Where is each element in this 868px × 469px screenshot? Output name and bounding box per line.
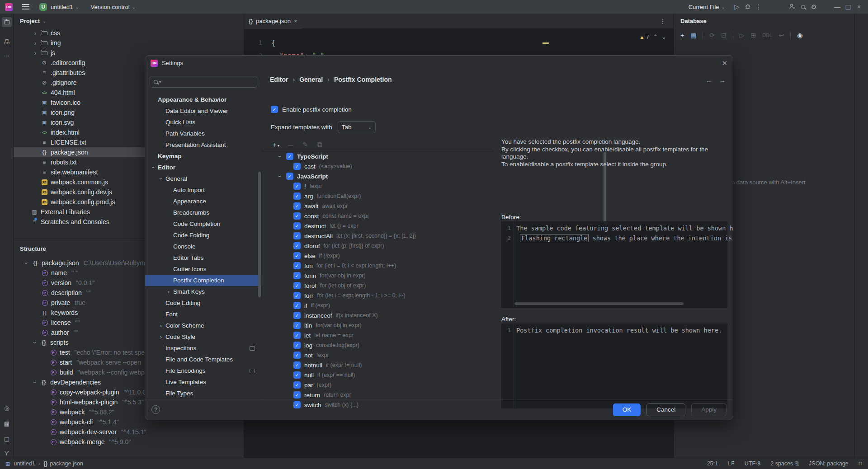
- template-item-not[interactable]: ✓not!expr: [262, 350, 493, 360]
- template-checkbox[interactable]: ✓: [293, 202, 301, 210]
- db-toolbar-icon-x[interactable]: ⊞: [751, 32, 756, 39]
- maximize-icon[interactable]: ▢: [843, 3, 854, 10]
- debug-icon[interactable]: [742, 3, 753, 11]
- template-item-destruct[interactable]: ✓destructlet {} = expr: [262, 221, 493, 231]
- settings-nav-item-code-completion[interactable]: Code Completion: [145, 218, 261, 230]
- template-item--[interactable]: ✓!!expr: [262, 181, 493, 191]
- close-icon[interactable]: ×: [854, 3, 864, 10]
- edit-template-icon[interactable]: ✎: [302, 141, 308, 149]
- caret-position[interactable]: 25:1: [707, 460, 718, 467]
- template-item-arg[interactable]: ✓argfunctionCall(expr): [262, 191, 493, 201]
- settings-nav-item-console[interactable]: Console: [145, 241, 261, 252]
- chevron-expanded-icon[interactable]: ›: [32, 380, 38, 385]
- settings-nav-item-auto-import[interactable]: Auto Import: [145, 184, 261, 196]
- template-checkbox[interactable]: ✓: [293, 292, 301, 299]
- template-checkbox[interactable]: ✓: [293, 232, 301, 239]
- template-item-if[interactable]: ✓ifif (expr): [262, 300, 493, 310]
- settings-nav-item-presentation-assistant[interactable]: Presentation Assistant: [145, 139, 261, 150]
- template-checkbox[interactable]: ✓: [293, 302, 301, 309]
- expand-templates-select[interactable]: Tab ⌄: [338, 121, 376, 133]
- forward-arrow-icon[interactable]: →: [719, 77, 726, 84]
- tree-item-img[interactable]: ›img: [14, 38, 244, 48]
- git-branch-icon[interactable]: ϒ: [2, 448, 12, 458]
- settings-nav-item-smart-keys[interactable]: ›Smart Keys: [145, 286, 261, 297]
- services-icon[interactable]: ▢: [2, 434, 12, 444]
- db-toolbar-icon-x[interactable]: ↩: [778, 32, 784, 39]
- ok-button[interactable]: OK: [613, 403, 641, 416]
- prev-warning-icon[interactable]: ⌃: [653, 33, 658, 40]
- terminal-icon[interactable]: ▤: [2, 418, 12, 428]
- dialog-close-icon[interactable]: ✕: [722, 59, 727, 67]
- settings-nav-item-path-variables[interactable]: Path Variables: [145, 128, 261, 139]
- chevron-collapsed-icon[interactable]: ›: [158, 334, 164, 340]
- template-item-null[interactable]: ✓nullif (expr == null): [262, 370, 493, 380]
- add-template-icon[interactable]: ＋▾: [271, 141, 279, 149]
- db-toolbar-icon-x[interactable]: +: [680, 32, 684, 39]
- template-checkbox[interactable]: ✓: [293, 332, 301, 339]
- vcs-menu[interactable]: Version control⌄: [91, 4, 136, 10]
- more-icon[interactable]: ⋯: [2, 51, 12, 61]
- settings-search-input[interactable]: ▾: [150, 76, 257, 88]
- chevron-expanded-icon[interactable]: ›: [32, 340, 38, 345]
- settings-nav-item-file-types[interactable]: File Types: [145, 388, 261, 399]
- editor-kebab-icon[interactable]: ⋮: [657, 18, 668, 25]
- settings-nav-item-appearance[interactable]: Appearance: [145, 196, 261, 207]
- template-item-forof[interactable]: ✓foroffor (let obj of expr): [262, 281, 493, 291]
- template-checkbox[interactable]: ✓: [293, 381, 301, 389]
- cancel-button[interactable]: Cancel: [646, 403, 685, 416]
- settings-nav-item-keymap[interactable]: Keymap: [145, 150, 261, 162]
- settings-nav-item-data-editor-and-viewer[interactable]: Data Editor and Viewer: [145, 105, 261, 117]
- template-checkbox[interactable]: ✓: [293, 322, 301, 329]
- chevron-collapsed-icon[interactable]: ›: [158, 323, 164, 328]
- settings-nav-item-appearance-behavior[interactable]: Appearance & Behavior: [145, 94, 261, 105]
- settings-nav-item-editor-tabs[interactable]: Editor Tabs: [145, 252, 261, 263]
- db-toolbar-icon-x[interactable]: ▷: [740, 32, 745, 39]
- chevron-expanded-icon[interactable]: ›: [24, 260, 29, 266]
- add-user-icon[interactable]: [787, 3, 797, 11]
- settings-nav-item-code-style[interactable]: ›Code Style: [145, 331, 261, 342]
- template-checkbox[interactable]: ✓: [286, 173, 293, 180]
- settings-nav-item-code-folding[interactable]: Code Folding: [145, 230, 261, 241]
- template-checkbox[interactable]: ✓: [293, 352, 301, 359]
- db-toolbar-icon-x[interactable]: ⟳: [709, 32, 715, 39]
- settings-nav-item-inspections[interactable]: Inspections: [145, 342, 261, 354]
- settings-nav-item-gutter-icons[interactable]: Gutter Icons: [145, 263, 261, 275]
- chevron-expanded-icon[interactable]: ›: [151, 165, 156, 170]
- template-item-else[interactable]: ✓elseif (!expr): [262, 251, 493, 261]
- kebab-menu-icon[interactable]: ⋮: [753, 3, 764, 10]
- settings-nav-item-live-templates[interactable]: Live Templates: [145, 376, 261, 388]
- template-item-notnull[interactable]: ✓notnullif (expr != null): [262, 360, 493, 370]
- breadcrumb-item[interactable]: Editor: [270, 76, 288, 83]
- close-tab-icon[interactable]: ×: [294, 18, 297, 24]
- tree-item-webpack-dev-server[interactable]: Pwebpack-dev-server"^4.15.1": [14, 427, 244, 437]
- minimize-icon[interactable]: —: [832, 3, 843, 10]
- template-checkbox[interactable]: ✓: [293, 262, 301, 269]
- lock-icon[interactable]: ⊓: [859, 460, 863, 467]
- search-icon[interactable]: [797, 3, 808, 10]
- template-item-log[interactable]: ✓logconsole.log(expr): [262, 340, 493, 350]
- help-button[interactable]: ?: [151, 405, 160, 414]
- chevron-collapsed-icon[interactable]: ›: [33, 50, 38, 56]
- template-checkbox[interactable]: ✓: [293, 222, 301, 230]
- template-item-forr[interactable]: ✓forrfor (let i = expr.length - 1; i >= …: [262, 291, 493, 300]
- settings-nav-item-quick-lists[interactable]: Quick Lists: [145, 117, 261, 128]
- template-checkbox[interactable]: ✓: [293, 183, 301, 190]
- template-checkbox[interactable]: ✓: [293, 342, 301, 349]
- commit-icon[interactable]: ◎: [2, 403, 12, 413]
- remove-template-icon[interactable]: ─: [288, 141, 293, 149]
- template-checkbox[interactable]: ✓: [293, 371, 301, 379]
- project-panel-header[interactable]: Project⌄: [14, 14, 244, 28]
- settings-nav-item-code-editing[interactable]: Code Editing: [145, 297, 261, 309]
- apply-button[interactable]: Apply: [691, 403, 726, 416]
- template-checkbox[interactable]: ✓: [293, 391, 301, 399]
- template-checkbox[interactable]: ✓: [293, 252, 301, 259]
- settings-nav-item-file-encodings[interactable]: File Encodings: [145, 365, 261, 376]
- template-checkbox[interactable]: ✓: [293, 361, 301, 369]
- chevron-collapsed-icon[interactable]: ›: [33, 30, 38, 36]
- enable-postfix-row[interactable]: ✓ Enable postfix completion: [271, 106, 352, 113]
- settings-nav-item-color-scheme[interactable]: ›Color Scheme: [145, 320, 261, 331]
- settings-nav-item-postfix-completion[interactable]: Postfix Completion: [145, 275, 261, 286]
- project-folder-icon[interactable]: [2, 17, 12, 27]
- template-item-dforof[interactable]: ✓dforoffor (let {p: [first]} of expr): [262, 241, 493, 251]
- enable-postfix-checkbox[interactable]: ✓: [271, 106, 278, 113]
